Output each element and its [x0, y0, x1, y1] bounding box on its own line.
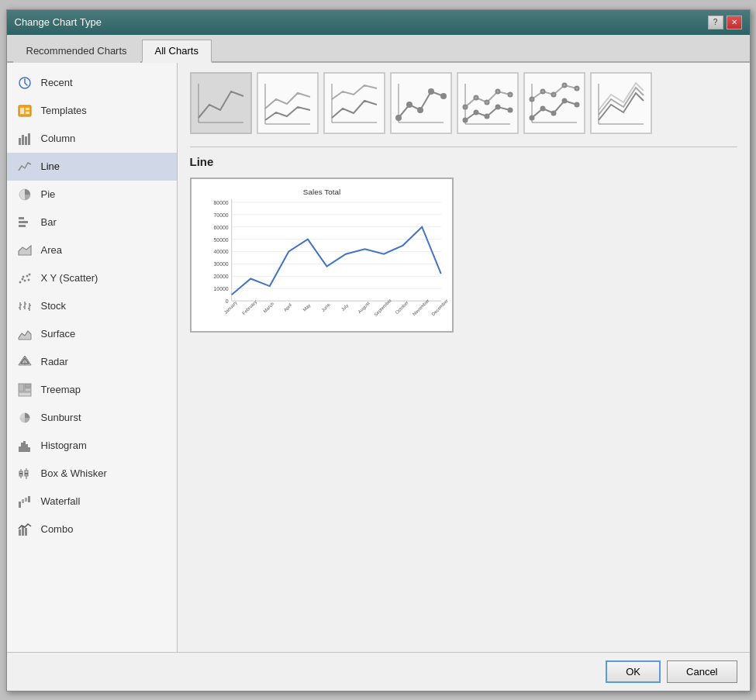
sidebar-item-stock[interactable]: Stock — [7, 292, 177, 320]
svg-point-86 — [562, 98, 566, 102]
sidebar-item-histogram[interactable]: Histogram — [7, 432, 177, 460]
column-icon — [16, 130, 33, 147]
line-icon — [16, 158, 33, 175]
svg-text:July: July — [340, 302, 349, 312]
sidebar-item-bar[interactable]: Bar — [7, 209, 177, 236]
svg-point-79 — [495, 89, 499, 93]
subtype-line-basic[interactable] — [190, 72, 252, 134]
recent-icon — [16, 74, 33, 91]
svg-text:80000: 80000 — [213, 199, 228, 205]
sidebar-item-templates[interactable]: Templates — [7, 97, 177, 125]
main-panel: Line Sales Total 0 10000 20000 — [178, 63, 750, 652]
subtype-line-100stacked[interactable] — [323, 72, 385, 134]
sidebar-item-treemap[interactable]: Treemap — [7, 376, 177, 404]
subtype-line-stacked-markers[interactable] — [457, 72, 519, 134]
sidebar-item-line[interactable]: Line — [7, 153, 177, 181]
svg-rect-3 — [26, 108, 29, 110]
svg-point-19 — [22, 275, 24, 278]
subtype-line-100stacked-markers[interactable] — [523, 72, 585, 134]
sidebar-item-combo[interactable]: Combo — [7, 516, 177, 543]
subtype-line-markers[interactable] — [390, 72, 452, 134]
sidebar-item-boxwhisker[interactable]: Box & Whisker — [7, 460, 177, 488]
sunburst-icon — [16, 409, 33, 426]
svg-rect-37 — [25, 388, 31, 391]
sidebar: Recent Templates — [7, 63, 178, 652]
templates-icon — [16, 102, 33, 119]
sidebar-item-area[interactable]: Area — [7, 236, 177, 264]
sidebar-item-radar[interactable]: Radar — [7, 348, 177, 376]
svg-rect-42 — [23, 441, 26, 452]
svg-rect-57 — [25, 528, 27, 536]
waterfall-icon — [16, 493, 33, 510]
tab-all-charts[interactable]: All Charts — [142, 40, 212, 63]
scatter-icon — [16, 270, 33, 287]
svg-rect-55 — [19, 529, 21, 536]
area-icon — [16, 242, 33, 259]
svg-rect-51 — [19, 502, 21, 508]
subtype-line-3d[interactable] — [590, 72, 652, 134]
svg-text:Sales Total: Sales Total — [302, 187, 340, 195]
svg-text:40000: 40000 — [213, 249, 228, 254]
svg-text:50000: 50000 — [213, 236, 228, 242]
bar-icon — [16, 214, 33, 231]
svg-text:August: August — [357, 300, 371, 314]
close-button[interactable]: ✕ — [727, 16, 742, 29]
pie-icon — [16, 186, 33, 203]
svg-point-65 — [407, 102, 412, 107]
title-bar: Change Chart Type ? ✕ — [7, 10, 750, 35]
svg-text:April: April — [282, 302, 292, 312]
svg-point-89 — [540, 89, 544, 93]
svg-point-66 — [418, 108, 423, 112]
radar-icon — [16, 353, 33, 371]
svg-point-15 — [21, 278, 23, 280]
svg-point-84 — [540, 106, 544, 110]
cancel-button[interactable]: Cancel — [667, 660, 737, 683]
svg-text:0: 0 — [225, 298, 228, 304]
sidebar-item-waterfall[interactable]: Waterfall — [7, 488, 177, 516]
sidebar-item-sunburst[interactable]: Sunburst — [7, 404, 177, 432]
svg-rect-6 — [22, 135, 24, 145]
svg-point-91 — [562, 83, 566, 87]
svg-point-14 — [19, 281, 21, 283]
svg-point-20 — [27, 278, 29, 281]
content-area: Recent Templates — [7, 63, 750, 652]
tab-recommended[interactable]: Recommended Charts — [13, 40, 140, 63]
svg-rect-44 — [28, 447, 30, 452]
svg-rect-11 — [19, 221, 28, 223]
svg-point-68 — [441, 94, 446, 98]
svg-point-87 — [575, 102, 578, 106]
chart-subtype-icons — [190, 72, 737, 134]
sidebar-item-pie[interactable]: Pie — [7, 181, 177, 209]
svg-text:10000: 10000 — [213, 286, 228, 291]
svg-rect-41 — [21, 443, 23, 452]
svg-text:March: March — [262, 301, 274, 313]
dialog-title: Change Chart Type — [15, 16, 102, 28]
treemap-icon — [16, 381, 33, 398]
svg-point-92 — [575, 86, 578, 90]
svg-rect-5 — [19, 138, 21, 145]
sidebar-item-xyscatter[interactable]: X Y (Scatter) — [7, 264, 177, 292]
svg-marker-13 — [19, 246, 31, 255]
help-button[interactable]: ? — [708, 16, 723, 29]
sidebar-item-surface[interactable]: Surface — [7, 320, 177, 348]
svg-point-75 — [508, 108, 512, 112]
svg-point-90 — [551, 92, 555, 96]
svg-rect-54 — [28, 496, 30, 502]
subtype-line-stacked[interactable] — [257, 72, 319, 134]
boxwhisker-icon — [16, 465, 33, 482]
svg-rect-12 — [19, 225, 26, 227]
svg-rect-35 — [19, 384, 24, 391]
title-bar-buttons: ? ✕ — [708, 16, 742, 29]
svg-point-17 — [26, 274, 28, 277]
sidebar-item-column[interactable]: Column — [7, 125, 177, 153]
sidebar-item-recent[interactable]: Recent — [7, 69, 177, 97]
svg-rect-36 — [25, 384, 31, 388]
ok-button[interactable]: OK — [606, 660, 661, 683]
svg-point-67 — [429, 89, 433, 94]
svg-point-77 — [474, 95, 478, 99]
svg-rect-2 — [20, 108, 24, 114]
svg-rect-43 — [26, 444, 28, 452]
svg-rect-7 — [25, 136, 27, 145]
svg-point-74 — [495, 105, 499, 109]
divider — [190, 147, 737, 147]
